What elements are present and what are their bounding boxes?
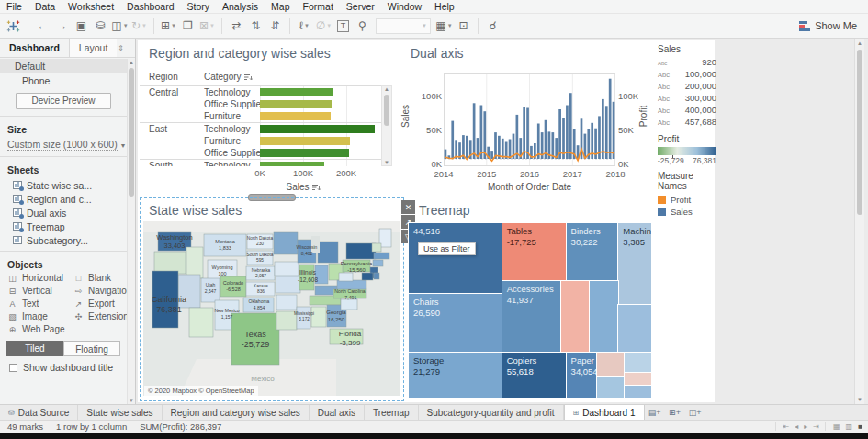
sort-ascending-icon[interactable]: ⇅ [247, 17, 265, 36]
scroll-thumb[interactable] [857, 50, 862, 215]
sales-bar[interactable] [466, 136, 468, 159]
sheet-list-item[interactable]: Subcategory... [0, 233, 127, 247]
measure-names-title[interactable]: Measure Names [658, 171, 716, 191]
state-vermont[interactable] [372, 243, 381, 252]
format-link-icon[interactable]: ∅▼ [315, 17, 333, 36]
sort-icon[interactable] [244, 73, 253, 83]
new-worksheet-icon[interactable]: ⊞▼ [160, 17, 177, 36]
share-workbook-icon[interactable]: ☌ [484, 17, 502, 36]
presentation-mode-icon[interactable]: ⊡ [455, 17, 472, 36]
object-horizontal[interactable]: ◫Horizontal [7, 273, 73, 283]
sales-legend-item[interactable]: Abc300,000 [658, 93, 716, 105]
state-delaware[interactable] [374, 273, 379, 279]
menu-server[interactable]: Server [340, 0, 381, 14]
new-worksheet-button[interactable]: ▤+ [645, 405, 665, 420]
sales-bar[interactable] [490, 151, 493, 159]
map-attribution[interactable]: © 2020 Mapbox © OpenStreetMap [144, 386, 258, 396]
save-icon[interactable]: ▣ [73, 17, 90, 36]
new-dashboard-button[interactable]: ⊞+ [665, 405, 685, 420]
tiled-button[interactable]: Tiled [6, 341, 63, 356]
sales-bar[interactable] [558, 109, 561, 159]
fix-axes-icon[interactable]: ⚲ [354, 17, 371, 36]
treemap-cell[interactable] [597, 353, 625, 377]
treemap-cell[interactable] [561, 281, 589, 353]
menu-analysis[interactable]: Analysis [216, 0, 265, 14]
sales-bar[interactable] [551, 132, 554, 159]
treemap-cell-machines[interactable]: Machines3,385 [618, 223, 651, 305]
state-minnesota[interactable] [274, 232, 298, 254]
duplicate-sheet-icon[interactable]: ❐ [179, 17, 197, 36]
menu-window[interactable]: Window [381, 0, 428, 14]
highlight-icon[interactable]: ℓ▼ [296, 17, 313, 36]
sales-bar[interactable] [260, 100, 332, 108]
sales-bar[interactable] [509, 140, 512, 160]
treemap-cell-chairs[interactable]: Chairs26,590 [409, 294, 502, 353]
scroll-down-icon[interactable]: ▼ [128, 398, 135, 403]
state-oregon[interactable] [154, 252, 186, 274]
pane-options-icon[interactable]: ⇕ [118, 44, 135, 52]
sales-legend-item[interactable]: Abc100,000 [658, 69, 716, 81]
sheet-tab-dashboard-1[interactable]: ⊞Dashboard 1 [564, 405, 645, 420]
state-alabama[interactable] [311, 307, 326, 327]
column-header-category[interactable]: Category [204, 72, 253, 83]
treemap-cell-copiers[interactable]: Copiers55,618 [502, 353, 567, 398]
scroll-down-icon[interactable]: ▼ [855, 397, 864, 402]
sheet-tab-region-and-category-wise-sales[interactable]: Region and category wise sales [163, 405, 310, 420]
sheet-tab-data-source[interactable]: ⛁Data Source [0, 405, 78, 420]
redo-icon[interactable]: → [53, 17, 71, 36]
zone-drag-handle[interactable] [248, 194, 296, 201]
sales-bar[interactable] [260, 137, 350, 145]
menu-data[interactable]: Data [28, 0, 62, 14]
treemap-cell-accessories[interactable]: Accessories41,937 [502, 281, 562, 353]
column-header-region[interactable]: Region [149, 72, 178, 82]
menu-story[interactable]: Story [180, 0, 216, 14]
sheet-list-item[interactable]: Treemap [0, 220, 127, 233]
sales-bar[interactable] [526, 108, 529, 160]
object-export[interactable]: ↗Export [73, 298, 127, 309]
treemap-cell-storage[interactable]: Storage21,279 [409, 353, 502, 398]
view-mode-toggles[interactable]: ▦▥■ [825, 422, 862, 431]
device-preview-button[interactable]: Device Preview [16, 93, 111, 109]
state-connecticut[interactable] [373, 260, 383, 266]
sales-bar[interactable] [260, 112, 331, 120]
menu-format[interactable]: Format [297, 0, 340, 14]
tableau-logo-icon[interactable] [5, 17, 22, 36]
sales-legend-item[interactable]: Abc200,000 [658, 81, 716, 93]
chart-scrollbar[interactable]: ▲ ▼ [381, 85, 392, 166]
state-west-virginia[interactable] [339, 273, 353, 281]
scroll-up-icon[interactable]: ▲ [855, 40, 864, 46]
object-extension[interactable]: ✣Extension [73, 311, 127, 321]
treemap-cell[interactable] [625, 373, 651, 385]
menu-file[interactable]: File [0, 0, 28, 14]
floating-button[interactable]: Floating [63, 341, 120, 356]
scroll-thumb[interactable] [129, 68, 134, 197]
object-text[interactable]: AText [7, 298, 73, 309]
treemap-cell[interactable] [625, 353, 651, 374]
scroll-up-icon[interactable]: ▲ [382, 86, 391, 92]
clear-sheet-icon[interactable]: ⊠▼ [198, 17, 216, 36]
sales-bar[interactable] [602, 99, 604, 159]
state-arkansas[interactable] [276, 295, 297, 310]
add-data-source-icon[interactable]: ⛁ [92, 17, 109, 36]
sales-bar[interactable] [260, 149, 349, 157]
treemap-cell-tables[interactable]: Tables-17,725 [502, 223, 567, 281]
treemap-cell[interactable]: 44,516 [409, 223, 502, 294]
sheet-tab-state-wise-sales[interactable]: State wise sales [78, 405, 162, 420]
state-new-york[interactable] [346, 243, 376, 259]
sales-legend-title[interactable]: Sales [658, 44, 716, 54]
menu-dashboard[interactable]: Dashboard [120, 0, 180, 14]
us-choropleth-map[interactable]: Washington33,403Montana1,833Wyoming100Ca… [143, 221, 400, 396]
sales-legend-item[interactable]: Abc400,000 [658, 105, 716, 117]
device-default-row[interactable]: Default [0, 59, 127, 73]
sales-bar[interactable] [480, 106, 483, 160]
object-blank[interactable]: □Blank [73, 273, 127, 283]
run-auto-updates-icon[interactable]: ↻▼ [130, 17, 148, 36]
sales-bar[interactable] [516, 115, 519, 159]
object-navigation[interactable]: ⇨Navigation [73, 286, 127, 296]
tab-layout[interactable]: Layout [69, 39, 118, 57]
sales-bar[interactable] [260, 162, 324, 166]
treemap-cell-paper[interactable]: Paper34,054 [567, 353, 597, 398]
zone-dual-axis-chart[interactable]: Dual axis Sales Profit Month of Order Da… [401, 42, 654, 196]
object-image[interactable]: ▧Image [7, 311, 73, 321]
state-massachusetts[interactable] [374, 253, 389, 259]
